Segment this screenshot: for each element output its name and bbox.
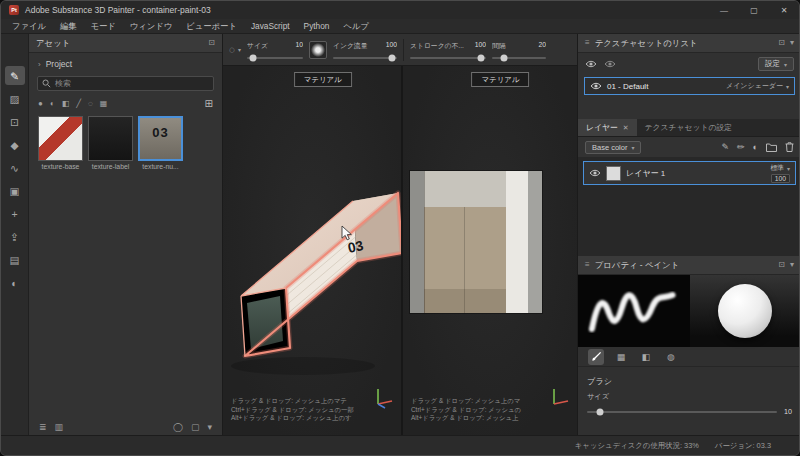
asset-filter-row: ● ◐ ◧ ╱ ◌ ▦ ⊞ (29, 94, 222, 112)
viewport-2d[interactable]: マテリアル ドラッグ & ドロップ: メッシュ上のマ Ctrl+ドラッグ & ド… (403, 66, 577, 435)
brush-tab-icon[interactable] (588, 349, 604, 365)
texture-set-name: 01 - Default (607, 82, 648, 91)
asset-thumbnail-texture-label[interactable] (88, 116, 133, 161)
chevron-down-icon[interactable]: ▾ (238, 46, 241, 53)
add-effect-icon[interactable]: ◐ (753, 142, 758, 152)
layer-visibility-eye-icon[interactable] (589, 169, 601, 177)
panel-dock-icon[interactable]: ⊡ (778, 261, 785, 269)
stroke-opacity-value: 100 (475, 41, 486, 51)
list-view-icon[interactable]: ≣ (39, 422, 47, 432)
slider-handle[interactable] (477, 54, 484, 61)
filter-materials-icon[interactable]: ◐ (50, 99, 55, 108)
size-slider[interactable] (247, 57, 303, 59)
menu-edit[interactable]: 編集 (53, 19, 84, 34)
material-tab-icon[interactable]: ◍ (663, 349, 679, 365)
flow-slider[interactable] (333, 57, 397, 59)
slider-handle[interactable] (500, 54, 507, 61)
clone-tool-icon[interactable]: ▣ (5, 181, 25, 200)
panel-collapse-icon[interactable]: ▾ (790, 39, 794, 47)
close-button[interactable]: ✕ (769, 1, 799, 19)
filter-textures-icon[interactable]: ▦ (100, 99, 108, 108)
menu-viewport[interactable]: ビューポート (179, 19, 244, 34)
thumbnail-size-large-icon[interactable]: ▢ (191, 422, 200, 432)
slider-handle[interactable] (597, 408, 604, 415)
menu-help[interactable]: ヘルプ (336, 19, 375, 34)
filter-brushes-icon[interactable]: ╱ (76, 99, 81, 108)
stroke-opacity-slider[interactable] (410, 57, 486, 59)
viewport-3d[interactable]: マテリアル (223, 66, 401, 435)
filter-smart-materials-icon[interactable]: ◧ (62, 99, 70, 108)
search-input[interactable]: 検索 (37, 76, 214, 91)
eraser-tool-icon[interactable]: ▨ (5, 89, 25, 108)
polygon-fill-tool-icon[interactable]: ◆ (5, 135, 25, 154)
add-folder-icon[interactable] (766, 143, 777, 152)
app-window: Pt Adobe Substance 3D Painter - containe… (0, 0, 800, 456)
material-chip-2d[interactable]: マテリアル (472, 72, 530, 87)
tab-layers[interactable]: レイヤー ✕ (578, 119, 637, 136)
stencil-icon[interactable]: ◌ (229, 44, 235, 55)
panel-collapse-icon[interactable]: ▾ (790, 261, 794, 269)
grid-view-icon[interactable]: ⊞ (205, 98, 213, 109)
display-settings-icon[interactable]: ▤ (5, 250, 25, 269)
asset-label: texture-nu... (138, 163, 183, 170)
menu-mode[interactable]: モード (84, 19, 123, 34)
layer-thumbnail[interactable] (606, 166, 621, 181)
slider-handle[interactable] (389, 54, 396, 61)
assets-panel-header: アセット ⊡ (29, 34, 222, 53)
alpha-tab-icon[interactable]: ▦ (613, 349, 629, 365)
project-label: Project (46, 59, 72, 69)
visibility-eye-icon[interactable] (585, 60, 597, 68)
shader-settings-icon[interactable]: ◐ (5, 273, 25, 292)
asset-thumbnail-texture-number[interactable]: 03 (138, 116, 183, 161)
brush-preset-chip[interactable] (309, 41, 327, 59)
more-options-chevron-icon[interactable]: ▾ (207, 422, 212, 432)
layer-opacity-field[interactable]: 100 (771, 174, 790, 183)
stroke-opacity-control: ストロークの不... 100 (410, 41, 486, 59)
app-icon[interactable]: Pt (9, 5, 19, 15)
tab-texture-set-settings[interactable]: テクスチャセットの設定 (637, 119, 740, 136)
solo-eye-icon[interactable] (604, 60, 616, 68)
menu-window[interactable]: ウィンドウ (123, 19, 179, 34)
detail-view-icon[interactable]: ▥ (55, 422, 64, 432)
menu-python[interactable]: Python (297, 19, 337, 34)
asset-item: texture-label (88, 116, 133, 170)
tab-close-icon[interactable]: ✕ (623, 124, 629, 132)
material-picker-tool-icon[interactable]: + (5, 204, 25, 223)
navigation-gizmo-2d[interactable] (549, 385, 571, 409)
add-paint-layer-icon[interactable]: ✎ (721, 142, 729, 152)
stroke-preview[interactable] (578, 275, 690, 347)
material-chip-3d[interactable]: マテリアル (294, 72, 352, 87)
texture-set-item-selected[interactable]: 01 - Default メインシェーダー ▾ (584, 77, 795, 95)
project-tree-item[interactable]: › Project (29, 53, 222, 72)
slider-handle[interactable] (249, 54, 256, 61)
menu-javascript[interactable]: JavaScript (244, 19, 297, 34)
export-icon[interactable]: ⇪ (5, 227, 25, 246)
maximize-button[interactable]: ▢ (739, 1, 769, 19)
stencil-tab-icon[interactable]: ◧ (638, 349, 654, 365)
blend-mode-selector[interactable]: 標準 ▾ (770, 163, 790, 173)
layer-row-selected[interactable]: レイヤー 1 標準 ▾ 100 (583, 161, 796, 185)
navigation-gizmo-3d[interactable] (373, 385, 395, 409)
projection-tool-icon[interactable]: ⊡ (5, 112, 25, 131)
minimize-button[interactable]: — (709, 1, 739, 19)
spacing-slider[interactable] (492, 57, 546, 59)
trash-icon[interactable] (785, 142, 794, 152)
menu-file[interactable]: ファイル (5, 19, 53, 34)
shader-selector[interactable]: メインシェーダー ▾ (726, 81, 789, 91)
asset-thumbnail-texture-base[interactable] (38, 116, 83, 161)
panel-dock-icon[interactable]: ⊡ (778, 39, 785, 47)
filter-alphas-icon[interactable]: ◌ (88, 99, 93, 108)
add-fill-layer-icon[interactable]: ✏ (737, 142, 745, 152)
smudge-tool-icon[interactable]: ∿ (5, 158, 25, 177)
panel-dock-icon[interactable]: ⊡ (208, 39, 215, 47)
texture-set-settings-dropdown[interactable]: 設定 ▾ (758, 57, 794, 71)
channel-selector[interactable]: Base color ▾ (585, 141, 641, 154)
texture-set-list-title: テクスチャセットのリスト (595, 38, 698, 49)
asset-label: texture-label (88, 163, 133, 170)
material-preview[interactable] (690, 275, 800, 347)
thumbnail-size-small-icon[interactable]: ◯ (173, 422, 183, 432)
filter-all-icon[interactable]: ● (38, 99, 43, 108)
brush-size-slider[interactable] (587, 411, 777, 413)
visibility-eye-icon[interactable] (590, 82, 602, 90)
paint-tool-icon[interactable]: ✎ (5, 66, 25, 85)
